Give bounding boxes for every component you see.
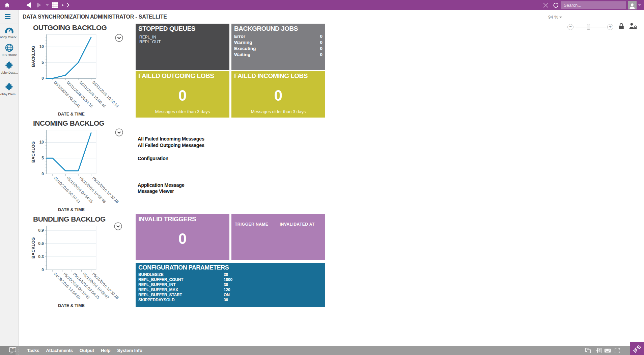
queue-item: REPL_IN (139, 35, 156, 40)
ifs-logo[interactable]: IFS (630, 342, 644, 355)
user-menu-caret-icon[interactable] (638, 0, 642, 10)
menu-item-system-info[interactable]: System Info (117, 348, 142, 353)
sidebar-item-label: obby Data... (0, 71, 19, 74)
user-avatar[interactable] (628, 1, 637, 9)
tile-title: FAILED OUTGOING LOBS (136, 71, 229, 80)
breadcrumb-chevron-icon (65, 0, 71, 10)
tile-configuration-parameters[interactable]: CONFIGURATION PARAMETERS BUNDLESIZE30 RE… (136, 263, 325, 307)
column-header-trigger-name: TRIGGER NAME (235, 222, 268, 227)
job-status-value: 0 (320, 46, 323, 51)
menu-item-help[interactable]: Help (101, 348, 110, 353)
tile-background-jobs[interactable]: BACKGROUND JOBS Error0 Warning0 Executin… (231, 24, 325, 70)
param-name: REPL_BUFFER_START (138, 293, 182, 297)
history-dropdown-icon[interactable] (45, 0, 49, 10)
tile-stopped-queues[interactable]: STOPPED QUEUES REPL_IN REPL_OUT (136, 24, 229, 70)
notes-bubble-icon[interactable]: ” (9, 347, 17, 354)
param-value: 30 (224, 298, 228, 302)
param-value: 30 (224, 282, 228, 287)
output-page-icon[interactable] (596, 348, 602, 354)
tile-trigger-table[interactable]: TRIGGER NAME INVALIDATED AT (231, 214, 325, 260)
param-value: 30 (224, 272, 228, 277)
svg-text:”: ” (12, 347, 14, 352)
svg-text:0: 0 (41, 172, 44, 176)
chart-title: BUNDLING BACKLOG (33, 215, 140, 223)
svg-text:DATE & TIME: DATE & TIME (58, 303, 85, 308)
status-bar-divider-dots (19, 348, 19, 355)
param-name: REPL_BUFFER_INT (138, 282, 175, 287)
zoom-dropdown-caret-icon[interactable] (559, 17, 562, 18)
link-configuration[interactable]: Configuration (138, 156, 168, 161)
svg-text:BACKLOG: BACKLOG (31, 237, 36, 258)
top-navigation-bar (0, 0, 644, 10)
job-status-value: 0 (320, 40, 323, 45)
tile-failed-incoming-lobs[interactable]: FAILED INCOMING LOBS 0 Messages older th… (231, 71, 325, 118)
chart-title: INCOMING BACKLOG (33, 119, 140, 127)
user-lock-icon[interactable] (628, 23, 637, 29)
home-icon[interactable] (4, 0, 10, 10)
tile-title: FAILED INCOMING LOBS (231, 71, 325, 80)
tile-title: CONFIGURATION PARAMETERS (136, 263, 325, 271)
bullet-icon (61, 0, 64, 10)
svg-text:10: 10 (39, 140, 44, 145)
menu-item-tasks[interactable]: Tasks (27, 348, 39, 353)
sidebar-item-lobby-overview[interactable]: obby Overv... (0, 26, 19, 39)
globe-icon (5, 43, 14, 52)
menu-item-attachments[interactable]: Attachments (46, 348, 73, 353)
search-box[interactable] (561, 1, 626, 9)
zoom-level-value[interactable]: 94 % (548, 15, 558, 20)
zoom-slider-handle[interactable] (587, 24, 590, 30)
job-status-label: Error (234, 34, 245, 39)
menu-item-output[interactable]: Output (80, 348, 94, 353)
app-grid-icon[interactable] (52, 0, 58, 10)
tile-title: INVALID TRIGGERS (136, 214, 229, 223)
svg-text:5: 5 (41, 156, 44, 160)
invalid-triggers-count: 0 (136, 230, 229, 247)
job-status-label: Executing (234, 46, 256, 51)
chart-expand-chevron-icon[interactable] (115, 128, 123, 136)
zoom-out-button[interactable]: − (567, 24, 573, 30)
link-all-failed-incoming-messages[interactable]: All Failed Incoming Messages (138, 136, 204, 142)
refresh-icon[interactable] (552, 0, 559, 10)
search-input[interactable] (564, 3, 623, 8)
sidebar-item-label: obby Elem... (0, 92, 19, 96)
sidebar-item-lobby-element[interactable]: obby Elem... (0, 83, 19, 96)
param-value: 1000 (224, 277, 232, 282)
job-status-label: Warning (234, 40, 252, 45)
back-icon[interactable] (25, 0, 31, 10)
queue-item: REPL_OUT (139, 40, 161, 44)
status-bar-menu: Tasks Attachments Output Help System Inf… (27, 346, 142, 355)
page-title: DATA SYNCHRONIZATION ADMINISTRATOR - SAT… (23, 14, 167, 20)
fullscreen-icon[interactable] (614, 348, 620, 354)
svg-text:0.3: 0.3 (38, 254, 44, 259)
keyboard-icon[interactable] (604, 348, 611, 354)
lock-icon[interactable] (618, 23, 625, 29)
sidebar-item-lobby-data[interactable]: obby Data... (0, 61, 19, 74)
param-value: 120 (224, 287, 230, 292)
svg-text:05/10/2016 00:10:41: 05/10/2016 00:10:41 (53, 176, 81, 204)
zoom-in-button[interactable]: + (607, 24, 613, 30)
windows-layers-icon[interactable] (585, 348, 591, 354)
status-bar: ” Tasks Attachments Output Help System I… (0, 346, 644, 355)
svg-text:BACKLOG: BACKLOG (31, 141, 36, 162)
job-status-value: 0 (320, 34, 323, 39)
chart-expand-chevron-icon[interactable] (114, 222, 122, 230)
sidebar-item-ifs-online[interactable]: IFS Online (0, 43, 19, 57)
link-application-message[interactable]: Application Message (138, 182, 185, 188)
chart-title: OUTGOING BACKLOG (33, 24, 140, 31)
column-header-invalidated-at: INVALIDATED AT (280, 222, 315, 227)
page-header: DATA SYNCHRONIZATION ADMINISTRATOR - SAT… (0, 10, 644, 24)
chart-expand-chevron-icon[interactable] (115, 34, 123, 42)
person-icon (628, 2, 636, 9)
svg-text:0: 0 (41, 76, 44, 81)
link-message-viewer[interactable]: Message Viewer (138, 188, 174, 194)
menu-hamburger-icon[interactable] (5, 14, 10, 19)
forward-icon[interactable] (36, 0, 42, 10)
tile-title: BACKGROUND JOBS (231, 24, 325, 32)
zoom-slider-track[interactable] (576, 27, 606, 27)
close-icon[interactable] (542, 0, 549, 10)
job-status-label: Waiting (234, 52, 250, 57)
tile-invalid-triggers[interactable]: INVALID TRIGGERS 0 (136, 214, 229, 260)
tile-caption: Messages older than 3 days (231, 109, 325, 114)
link-all-failed-outgoing-messages[interactable]: All Failed Outgoing Messages (138, 143, 204, 148)
tile-failed-outgoing-lobs[interactable]: FAILED OUTGOING LOBS 0 Messages older th… (136, 71, 229, 118)
